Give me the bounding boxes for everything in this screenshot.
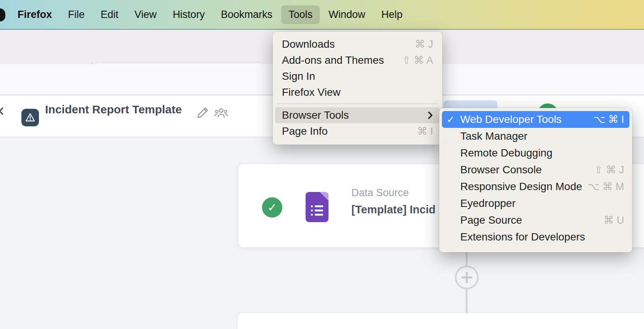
menubar-item-window[interactable]: Window (328, 9, 365, 21)
submenu-item-label: Responsive Design Mode (460, 181, 587, 193)
connector-line (466, 289, 468, 313)
warning-triangle-icon (25, 113, 36, 123)
drawer-close-icon[interactable]: × (0, 102, 5, 121)
menu-item-downloads[interactable]: Downloads ⌘ J (273, 36, 442, 52)
macos-menubar: Firefox File Edit View History Bookmarks… (0, 0, 644, 30)
menubar-item-history[interactable]: History (173, 9, 205, 21)
tools-menu: Downloads ⌘ J Add-ons and Themes ⇧ ⌘ A S… (273, 32, 442, 145)
check-circle-icon: ✓ (262, 197, 282, 218)
submenu-item-browser-console[interactable]: Browser Console ⇧ ⌘ J (442, 161, 629, 178)
apple-logo-icon[interactable] (0, 8, 5, 21)
data-source-label: Data Source (351, 187, 435, 199)
header-pill-fragment (443, 100, 498, 109)
submenu-item-responsive-design-mode[interactable]: Responsive Design Mode ⌥ ⌘ M (442, 178, 629, 195)
submenu-item-label: Page Source (460, 214, 604, 226)
incident-badge (21, 109, 39, 126)
menu-item-label: Firefox View (282, 86, 433, 98)
menubar-item-file[interactable]: File (68, 9, 85, 21)
page-title: Incident Report Template (45, 103, 182, 116)
menubar-item-bookmarks[interactable]: Bookmarks (221, 9, 272, 21)
menubar-item-edit[interactable]: Edit (101, 9, 119, 21)
menu-item-sign-in[interactable]: Sign In (273, 68, 442, 84)
menu-item-shortcut: ⌘ J (415, 38, 433, 50)
menu-item-shortcut: ⌘ I (417, 125, 433, 137)
submenu-item-task-manager[interactable]: Task Manager (442, 128, 629, 145)
add-step-button[interactable] (454, 265, 479, 292)
submenu-item-shortcut: ⌘ U (604, 214, 624, 226)
menubar-item-firefox[interactable]: Firefox (18, 9, 52, 21)
submenu-item-web-developer-tools[interactable]: ✓ Web Developer Tools ⌥ ⌘ I (442, 111, 629, 128)
submenu-item-label: Remote Debugging (460, 147, 624, 159)
submenu-item-label: Web Developer Tools (460, 113, 593, 126)
submenu-chevron-icon (427, 111, 433, 120)
browser-tools-submenu: ✓ Web Developer Tools ⌥ ⌘ I Task Manager… (439, 108, 632, 252)
menubar-item-tools-active[interactable]: Tools (281, 5, 320, 24)
menu-item-shortcut: ⇧ ⌘ A (402, 54, 433, 66)
submenu-item-shortcut: ⇧ ⌘ J (594, 164, 624, 176)
menu-item-label: Downloads (282, 38, 415, 50)
submenu-item-extensions-for-developers[interactable]: Extensions for Developers (442, 229, 629, 245)
submenu-item-label: Task Manager (460, 130, 624, 142)
submenu-item-shortcut: ⌥ ⌘ M (587, 181, 624, 193)
menu-separator (277, 103, 438, 104)
menu-item-page-info[interactable]: Page Info ⌘ I (273, 123, 442, 139)
share-people-icon[interactable] (214, 106, 228, 121)
menu-item-label: Sign In (282, 70, 433, 82)
submenu-item-label: Browser Console (460, 164, 594, 176)
submenu-item-remote-debugging[interactable]: Remote Debugging (442, 145, 629, 161)
edit-pencil-icon[interactable] (196, 106, 209, 121)
menu-item-addons-themes[interactable]: Add-ons and Themes ⇧ ⌘ A (273, 52, 442, 68)
submenu-item-page-source[interactable]: Page Source ⌘ U (442, 212, 629, 229)
submenu-item-shortcut: ⌥ ⌘ I (593, 113, 624, 126)
submenu-item-eyedropper[interactable]: Eyedropper (442, 195, 629, 212)
menu-item-label: Add-ons and Themes (282, 54, 402, 66)
submenu-item-label: Extensions for Developers (460, 231, 624, 243)
menu-item-label: Page Info (282, 125, 417, 137)
google-forms-icon (306, 192, 328, 222)
submenu-item-label: Eyedropper (460, 197, 624, 210)
data-source-document-name: [Template] Incid (351, 203, 435, 216)
menubar-item-help[interactable]: Help (381, 9, 403, 21)
menu-item-firefox-view[interactable]: Firefox View (273, 84, 442, 100)
menu-item-label: Browser Tools (282, 109, 427, 121)
next-step-card[interactable] (238, 313, 644, 329)
menu-item-browser-tools[interactable]: Browser Tools (275, 107, 440, 123)
menubar-item-view[interactable]: View (134, 9, 157, 21)
check-glyph: ✓ (267, 201, 277, 214)
checkmark-icon: ✓ (447, 114, 460, 126)
